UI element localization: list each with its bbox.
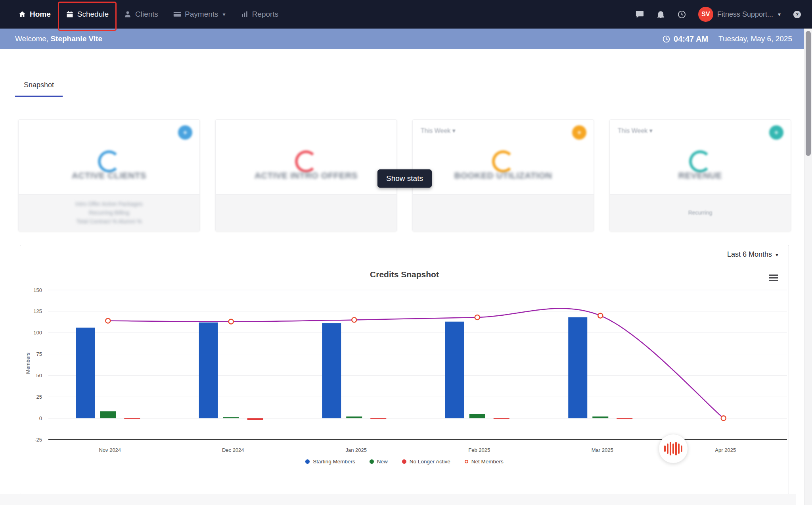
- legend-open-circle-icon: [465, 460, 468, 463]
- nav-item-label: Clients: [135, 10, 158, 19]
- card-title: BOOKED UTILIZATION: [413, 171, 594, 181]
- card-title: ACTIVE INTRO OFFERS: [216, 171, 396, 181]
- welcome-bar: Welcome, Stephanie Vite 04:47 AM Tuesday…: [0, 29, 804, 49]
- nav-item-label: Home: [30, 10, 51, 19]
- card-accent-icon[interactable]: +: [178, 125, 192, 140]
- svg-text:Feb 2025: Feb 2025: [468, 447, 490, 453]
- scrollbar-thumb[interactable]: [806, 31, 811, 156]
- svg-text:-25: -25: [34, 437, 42, 443]
- legend-dot-icon: [402, 459, 406, 464]
- card-title: REVENUE: [610, 171, 791, 181]
- person-icon: [124, 10, 132, 18]
- card-accent-icon[interactable]: +: [572, 125, 586, 140]
- svg-text:50: 50: [36, 373, 42, 378]
- loading-ring-icon: [98, 150, 120, 173]
- app-screen: Home Schedule Clients Payments ▾ Reports: [0, 0, 812, 505]
- footer-line: Total Contract % Alumni %: [77, 218, 142, 225]
- tabs-row: Snapshot: [10, 78, 794, 97]
- tab-snapshot[interactable]: Snapshot: [15, 78, 63, 97]
- hamburger-menu-icon[interactable]: [769, 273, 778, 283]
- loading-spinner-icon: [659, 434, 688, 463]
- nav-right: SV Fitness Support... ▾ ?: [635, 7, 802, 22]
- legend-label: Net Members: [471, 459, 504, 465]
- loading-ring-icon: [689, 150, 711, 173]
- clock-icon[interactable]: [677, 10, 686, 19]
- stat-card-active-intro-offers: ACTIVE INTRO OFFERS: [215, 119, 397, 231]
- chevron-down-icon: ▾: [223, 12, 226, 17]
- chart-header: Last 6 Months ▾: [20, 245, 789, 264]
- legend-dot-icon: [305, 459, 310, 464]
- bar-chart-icon: [241, 10, 249, 18]
- time-text: 04:47 AM: [674, 35, 708, 44]
- legend-item[interactable]: New: [370, 459, 388, 465]
- chevron-down-icon: ▾: [776, 252, 778, 257]
- card-footer: [413, 194, 594, 231]
- legend-item[interactable]: Net Members: [465, 459, 504, 465]
- nav-item-reports[interactable]: Reports: [240, 0, 280, 29]
- welcome-right: 04:47 AM Tuesday, May 6, 2025: [662, 35, 792, 44]
- svg-text:Mar 2025: Mar 2025: [592, 447, 613, 453]
- nav-item-clients[interactable]: Clients: [123, 0, 159, 29]
- card-footer: [216, 194, 396, 231]
- legend-label: Starting Members: [313, 459, 355, 465]
- account-name: Fitness Support...: [717, 10, 773, 19]
- page-background-strip: [0, 494, 796, 505]
- svg-text:Jan 2025: Jan 2025: [346, 447, 367, 453]
- loading-ring-icon: [492, 150, 514, 173]
- legend-item[interactable]: No Longer Active: [402, 459, 450, 465]
- show-stats-button[interactable]: Show stats: [377, 169, 432, 188]
- svg-text:?: ?: [796, 12, 799, 17]
- card-footer: Recurring: [610, 194, 791, 231]
- svg-text:150: 150: [33, 287, 42, 293]
- footer-line: Recurring Billing: [89, 209, 129, 217]
- svg-text:125: 125: [33, 308, 42, 314]
- loading-ring-icon: [295, 150, 317, 173]
- chevron-down-icon: ▾: [778, 12, 781, 17]
- range-label: Last 6 Months: [727, 250, 772, 259]
- bell-icon[interactable]: [656, 10, 665, 19]
- calendar-icon: [66, 10, 74, 18]
- card-title: ACTIVE CLIENTS: [19, 171, 199, 181]
- legend-label: New: [377, 459, 388, 465]
- card-footer: Intro Offer Active Packages Recurring Bi…: [19, 194, 199, 231]
- credits-snapshot-card: Last 6 Months ▾ Credits Snapshot Members…: [20, 245, 789, 495]
- nav-item-payments[interactable]: Payments ▾: [172, 0, 226, 29]
- help-icon[interactable]: ?: [793, 10, 802, 19]
- clock-icon: [662, 35, 670, 43]
- svg-text:Dec 2024: Dec 2024: [222, 447, 244, 453]
- footer-line: Intro Offer Active Packages: [75, 200, 142, 208]
- nav-item-label: Reports: [252, 10, 279, 19]
- credits-snapshot-chart: -250255075100125150Nov 2024Dec 2024Jan 2…: [20, 280, 789, 459]
- account-menu[interactable]: SV Fitness Support... ▾: [698, 7, 781, 22]
- top-nav: Home Schedule Clients Payments ▾ Reports: [0, 0, 812, 29]
- welcome-prefix: Welcome,: [15, 35, 48, 43]
- card-body: ACTIVE INTRO OFFERS: [216, 120, 396, 194]
- card-range-dropdown[interactable]: This Week ▾: [618, 127, 653, 134]
- scrollbar-track[interactable]: [804, 29, 812, 505]
- card-range-dropdown[interactable]: This Week ▾: [421, 127, 456, 134]
- avatar[interactable]: SV: [698, 7, 713, 22]
- legend-item[interactable]: Starting Members: [305, 459, 355, 465]
- card-accent-icon[interactable]: +: [769, 125, 783, 140]
- nav-item-label: Schedule: [77, 10, 109, 19]
- svg-text:75: 75: [36, 351, 42, 357]
- current-date: Tuesday, May 6, 2025: [718, 35, 792, 43]
- nav-item-schedule[interactable]: Schedule: [65, 0, 109, 29]
- welcome-message: Welcome, Stephanie Vite: [15, 35, 102, 43]
- y-axis-label: Members: [25, 342, 31, 385]
- legend-label: No Longer Active: [410, 459, 450, 465]
- chart-title: Credits Snapshot: [20, 270, 789, 279]
- home-icon: [18, 10, 26, 18]
- stat-card-booked-utilization: This Week ▾ + BOOKED UTILIZATION: [412, 119, 594, 231]
- welcome-user-name: Stephanie Vite: [50, 35, 102, 43]
- nav-left: Home Schedule Clients Payments ▾ Reports: [17, 0, 279, 29]
- current-time: 04:47 AM: [662, 35, 708, 44]
- chart-range-dropdown[interactable]: Last 6 Months ▾: [727, 250, 778, 259]
- svg-text:Nov 2024: Nov 2024: [99, 447, 121, 453]
- svg-text:100: 100: [33, 330, 42, 336]
- card-body: This Week ▾ + REVENUE: [610, 120, 791, 194]
- svg-text:0: 0: [39, 415, 42, 421]
- chat-icon[interactable]: [635, 10, 644, 19]
- nav-item-home[interactable]: Home: [17, 0, 52, 29]
- main-content: Snapshot Show stats + ACTIVE CLIENTS Int…: [0, 49, 804, 505]
